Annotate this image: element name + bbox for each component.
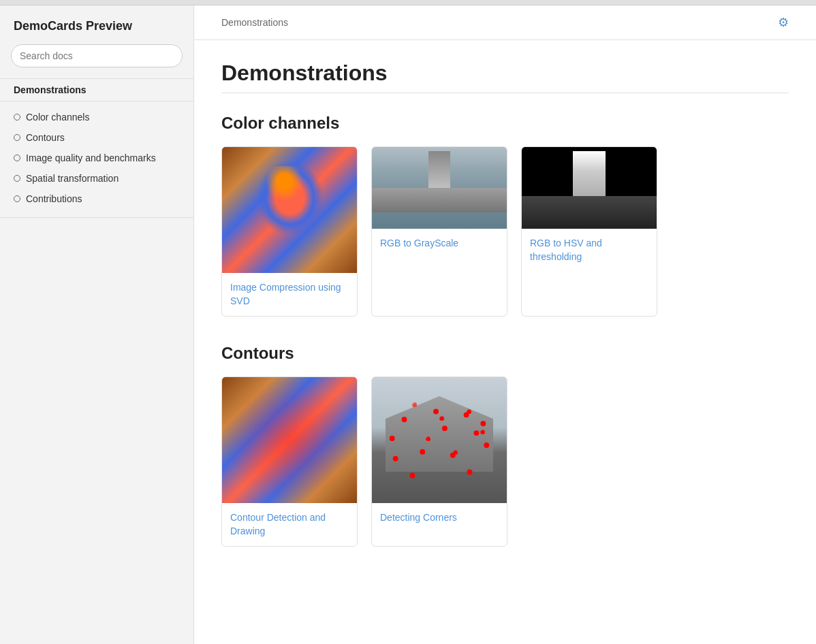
sidebar-divider [0, 217, 193, 218]
nav-circle-icon [14, 134, 20, 141]
nav-circle-icon [14, 175, 20, 182]
card-image-lighthouse-gray [372, 147, 507, 229]
page-title: Demonstrations [221, 61, 789, 86]
sidebar-item-label: Image quality and benchmarks [26, 152, 156, 163]
svg-point-11 [409, 473, 415, 479]
svg-point-3 [480, 421, 486, 426]
svg-point-8 [420, 449, 425, 455]
nav-circle-icon [14, 155, 20, 161]
section-color-channels: Color channels Image Compression using S… [221, 114, 789, 317]
sidebar-item-contributions[interactable]: Contributions [0, 189, 193, 209]
gear-icon[interactable]: ⚙ [778, 15, 789, 30]
section-contours: Contours Contour Detection and Drawing [221, 344, 789, 547]
card-image-compression-svd[interactable]: Image Compression using SVD [221, 146, 358, 317]
cards-grid-contours: Contour Detection and Drawing [221, 376, 789, 547]
svg-point-5 [442, 425, 448, 431]
card-link-rgb-to-hsv[interactable]: RGB to HSV and thresholding [522, 229, 657, 272]
sidebar-item-label: Color channels [26, 112, 89, 123]
sidebar-item-contours[interactable]: Contours [0, 127, 193, 148]
top-bar [0, 0, 816, 5]
svg-point-7 [393, 456, 398, 462]
cards-grid-color-channels: Image Compression using SVD RGB to GrayS… [221, 146, 789, 317]
app-container: DemoCards Preview Demonstrations Color c… [0, 5, 816, 644]
sidebar-item-label: Contributions [26, 193, 82, 204]
sidebar-title: DemoCards Preview [0, 5, 193, 44]
card-image-baboon-contour [222, 377, 357, 503]
sidebar-item-spatial-transformation[interactable]: Spatial transformation [0, 168, 193, 189]
card-contour-detection[interactable]: Contour Detection and Drawing [221, 376, 358, 547]
main-content: Demonstrations ⚙ Demonstrations Color ch… [194, 5, 816, 644]
card-rgb-to-grayscale[interactable]: RGB to GrayScale [371, 146, 507, 317]
card-image-baboon [222, 147, 357, 273]
card-link-detecting-corners[interactable]: Detecting Corners [372, 503, 507, 533]
section-title-color-channels: Color channels [221, 114, 789, 133]
sidebar-item-image-quality[interactable]: Image quality and benchmarks [0, 148, 193, 168]
svg-point-6 [473, 430, 479, 436]
page-divider [221, 93, 789, 93]
corners-overlay-svg [372, 377, 507, 503]
card-image-lighthouse-bw [522, 147, 657, 229]
search-input[interactable] [11, 44, 183, 67]
svg-point-9 [450, 453, 456, 458]
svg-point-4 [390, 436, 395, 441]
breadcrumb-bar: Demonstrations ⚙ [194, 5, 816, 40]
sidebar-item-label: Spatial transformation [26, 173, 119, 184]
sidebar: DemoCards Preview Demonstrations Color c… [0, 5, 194, 644]
card-link-contour-detection[interactable]: Contour Detection and Drawing [222, 503, 357, 546]
card-link-rgb-to-grayscale[interactable]: RGB to GrayScale [372, 229, 507, 259]
nav-circle-icon [14, 114, 20, 120]
section-title-contours: Contours [221, 344, 789, 363]
svg-point-12 [467, 470, 473, 475]
sidebar-item-color-channels[interactable]: Color channels [0, 107, 193, 127]
sidebar-item-label: Contours [26, 132, 65, 143]
svg-point-10 [484, 442, 489, 448]
card-rgb-to-hsv[interactable]: RGB to HSV and thresholding [521, 146, 657, 317]
sidebar-section-label: Demonstrations [0, 78, 193, 101]
svg-point-2 [464, 413, 469, 418]
svg-point-1 [433, 409, 439, 415]
nav-circle-icon [14, 195, 20, 202]
card-detecting-corners[interactable]: Detecting Corners [371, 376, 507, 547]
svg-point-0 [402, 417, 407, 423]
sidebar-nav: Color channels Contours Image quality an… [0, 101, 193, 214]
breadcrumb: Demonstrations [221, 17, 288, 28]
content-body: Demonstrations Color channels Image Comp… [194, 40, 816, 615]
card-image-house-corners [372, 377, 507, 503]
card-link-image-compression-svd[interactable]: Image Compression using SVD [222, 273, 357, 316]
